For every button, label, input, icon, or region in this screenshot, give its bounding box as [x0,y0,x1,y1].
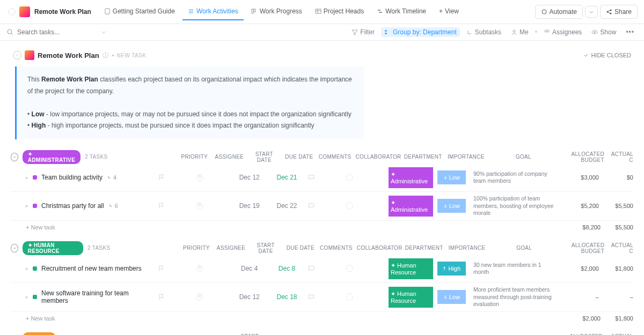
start-date-cell[interactable]: Dec 12 [233,174,266,181]
start-date-cell[interactable]: Dec 4 [233,265,266,272]
collaborator-cell[interactable] [345,173,384,182]
caret-icon[interactable]: ▸ [26,203,28,209]
caret-icon[interactable]: ▸ [26,266,28,271]
assignee-cell[interactable] [195,264,229,273]
view-tab-work-timeline[interactable]: Work Timeline [371,3,431,20]
start-date-cell[interactable]: Dec 12 [233,293,266,301]
task-row[interactable]: ▸ Recruitment of new team members Dec 4 … [11,255,633,283]
caret-icon[interactable]: ▸ [26,294,28,300]
department-tag[interactable]: ✦ Human Resource [389,287,433,308]
actual-cell[interactable]: $5,500 [606,203,633,209]
info-icon[interactable]: ⓘ [103,51,108,59]
automate-button[interactable]: Automate [535,5,583,19]
hide-closed-button[interactable]: HIDE CLOSED [583,52,631,58]
filter-button[interactable]: Filter [348,27,378,37]
due-date-cell[interactable]: Dec 21 [270,174,304,181]
assignee-cell[interactable] [195,202,229,210]
task-row[interactable]: ▸ Team building activity 4 Dec 12 Dec 21… [11,164,633,192]
group-pill[interactable]: ✦ Administrative [23,150,80,164]
department-tag[interactable]: ✦ Administrative [389,167,433,188]
col-collab[interactable]: COLLABORATOR [356,154,399,160]
comments-cell[interactable] [308,293,341,301]
subtask-indicator[interactable]: 6 [108,203,118,209]
me-button[interactable]: Me [508,27,532,37]
comments-cell[interactable] [308,174,341,181]
search-input[interactable] [17,28,98,36]
new-task-header-button[interactable]: + NEW TASK [112,53,147,58]
importance-tag[interactable]: Low [437,290,466,304]
col-dept[interactable]: DEPARTMENT [403,154,443,160]
goal-cell[interactable]: More proficient team members measured th… [470,286,559,308]
importance-tag[interactable]: High [437,262,466,276]
priority-cell[interactable] [158,293,191,301]
col-assignee[interactable]: ASSIGNEE [214,154,245,160]
more-button[interactable]: ••• [623,27,638,37]
task-row[interactable]: ▸ New software training for team members… [11,283,633,312]
comments-cell[interactable] [308,202,341,210]
col-goal[interactable]: GOAL [484,245,565,251]
col-due[interactable]: DUE DATE [285,245,316,251]
task-name[interactable]: Christmas party for all [41,202,104,210]
task-name[interactable]: Team building activity [41,174,103,181]
view-tab-add[interactable]: + View [434,3,464,20]
view-tab-project-heads[interactable]: Project Heads [310,3,369,20]
actual-cell[interactable]: – [606,294,633,300]
department-tag[interactable]: ✦ Human Resource [389,258,433,279]
priority-cell[interactable] [158,265,191,272]
col-due[interactable]: DUE DATE [284,154,314,160]
status-square-icon[interactable] [33,204,37,208]
budget-cell[interactable]: $5,200 [563,203,602,209]
goal-cell[interactable]: 100% participation of team members, boos… [470,195,559,217]
view-tab-work-progress[interactable]: Work Progress [246,3,308,20]
collapse-icon[interactable] [11,153,18,161]
assignees-button[interactable]: Assignees [540,27,585,37]
col-comments[interactable]: COMMENTS [320,245,353,251]
task-row[interactable]: ▸ Christmas party for all 6 Dec 19 Dec 2… [11,192,633,221]
col-actual[interactable]: ACTUAL C [609,242,633,254]
actual-cell[interactable]: $0 [606,174,633,181]
start-date-cell[interactable]: Dec 19 [233,202,266,210]
group-pill[interactable]: ✦ Sales [23,332,55,335]
status-square-icon[interactable] [33,175,37,180]
due-date-cell[interactable]: Dec 22 [270,202,304,210]
col-goal[interactable]: GOAL [483,154,564,160]
list-title[interactable]: Remote Work Plan [34,8,91,16]
collaborator-cell[interactable] [345,202,384,210]
subtasks-button[interactable]: Subtasks [463,27,504,37]
col-actual[interactable]: ACTUAL C [609,151,633,163]
actual-cell[interactable]: $1,800 [606,265,633,272]
budget-cell[interactable]: $3,000 [563,174,602,181]
collapse-all-icon[interactable] [13,51,21,59]
chevron-down-icon[interactable] [101,29,106,35]
budget-cell[interactable]: $2,000 [563,265,602,272]
view-tab-work-activities[interactable]: Work Activities [182,3,244,20]
task-name[interactable]: New software training for team members [41,289,153,304]
collaborator-cell[interactable] [345,293,384,301]
col-priority[interactable]: PRIORITY [181,245,212,251]
assignee-cell[interactable] [195,293,229,301]
due-date-cell[interactable]: Dec 8 [270,265,304,272]
col-budget[interactable]: ALLOCATED BUDGET [569,242,605,254]
comments-cell[interactable] [308,265,341,272]
subtask-indicator[interactable]: 4 [107,174,116,181]
col-start[interactable]: START DATE [249,151,280,163]
status-square-icon[interactable] [33,266,37,271]
status-square-icon[interactable] [33,295,37,299]
priority-cell[interactable] [158,202,191,210]
group-by-button[interactable]: Group by: Department [381,27,460,37]
col-importance[interactable]: IMPORTANCE [449,245,480,251]
show-button[interactable]: Show [588,27,619,37]
col-assignee[interactable]: ASSIGNEE [216,245,246,251]
col-collab[interactable]: COLLABORATOR [357,245,400,251]
group-pill[interactable]: ✦ Human Resource [23,241,83,255]
importance-tag[interactable]: Low [437,170,466,184]
col-priority[interactable]: PRIORITY [179,154,210,160]
col-dept[interactable]: DEPARTMENT [404,245,444,251]
importance-tag[interactable]: Low [437,199,466,213]
task-name[interactable]: Recruitment of new team members [41,265,142,272]
new-task-button[interactable]: + New task$8,200$5,500 [11,221,633,234]
automate-dropdown-button[interactable] [585,6,598,18]
col-comments[interactable]: COMMENTS [319,154,352,160]
caret-icon[interactable]: ▸ [26,175,28,180]
priority-cell[interactable] [158,174,191,181]
